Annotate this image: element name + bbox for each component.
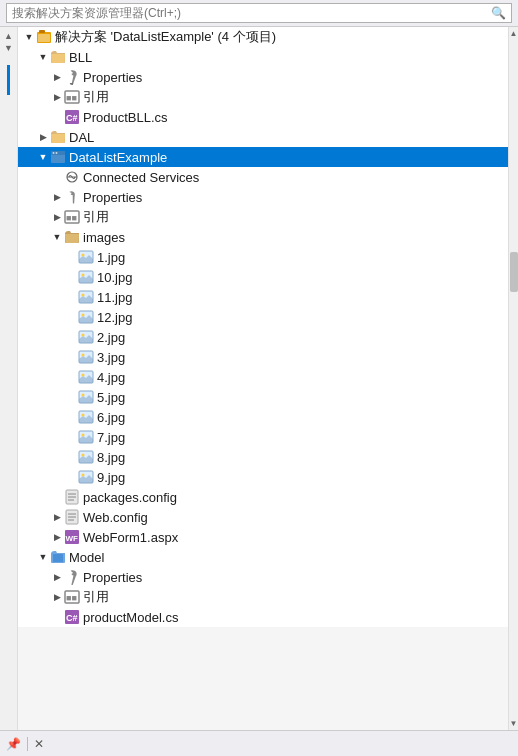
dal-label: DAL <box>69 130 94 145</box>
tree-item-model-refs[interactable]: ▶ ■■ 引用 <box>18 587 508 607</box>
close-button[interactable]: ✕ <box>32 735 46 753</box>
tree-item-img-1[interactable]: 1.jpg <box>18 247 508 267</box>
scroll-up[interactable]: ▲ <box>508 27 518 40</box>
expand-datalistexample[interactable]: ▼ <box>36 150 50 164</box>
tree-item-datalist-properties[interactable]: ▶ Properties <box>18 187 508 207</box>
model-properties-label: Properties <box>83 570 142 585</box>
svg-text:C#: C# <box>66 613 78 623</box>
img-6-icon <box>78 409 94 425</box>
expand-bll-refs[interactable]: ▶ <box>50 90 64 104</box>
tree-item-images[interactable]: ▼ images <box>18 227 508 247</box>
main-area: ▲ ▼ ▼ 解决方案 'DataListExample' (4 个项目) ▼ <box>0 27 518 730</box>
tree-item-bll-refs[interactable]: ▶ ■■ 引用 <box>18 87 508 107</box>
web-datalist-icon <box>50 149 66 165</box>
img-3-label: 3.jpg <box>97 350 125 365</box>
tree-item-bll[interactable]: ▼ BLL <box>18 47 508 67</box>
tree-item-model[interactable]: ▼ Model <box>18 547 508 567</box>
img-10-label: 10.jpg <box>97 270 132 285</box>
tree-item-bll-properties[interactable]: ▶ Properties <box>18 67 508 87</box>
svg-point-28 <box>82 374 85 377</box>
svg-point-32 <box>82 414 85 417</box>
tree-item-datalist-refs[interactable]: ▶ ■■ 引用 ← <box>18 207 508 227</box>
model-refs-label: 引用 <box>83 588 109 606</box>
folder-bll-icon <box>50 49 66 65</box>
tree-item-img-8[interactable]: 8.jpg <box>18 447 508 467</box>
expand-datalist-refs[interactable]: ▶ <box>50 210 64 224</box>
svg-rect-2 <box>38 34 50 42</box>
tree-item-dal[interactable]: ▶ DAL <box>18 127 508 147</box>
tree-item-web-config[interactable]: ▶ Web.config <box>18 507 508 527</box>
img-11-label: 11.jpg <box>97 290 132 305</box>
expand-images[interactable]: ▼ <box>50 230 64 244</box>
expand-bll-properties[interactable]: ▶ <box>50 70 64 84</box>
tree-item-bll-cs[interactable]: C# ProductBLL.cs <box>18 107 508 127</box>
model-cs-label: productModel.cs <box>83 610 178 625</box>
solution-explorer-tree[interactable]: ▼ 解决方案 'DataListExample' (4 个项目) ▼ BLL ▶ <box>18 27 508 627</box>
tree-item-datalistexample[interactable]: ▼ DataListExample ← <box>18 147 508 167</box>
collapse-arrow-bottom[interactable]: ▼ <box>4 43 14 53</box>
svg-text:C#: C# <box>66 113 78 123</box>
img-2-label: 2.jpg <box>97 330 125 345</box>
tree-item-img-3[interactable]: 3.jpg <box>18 347 508 367</box>
search-input[interactable] <box>12 6 488 20</box>
tree-item-img-11[interactable]: 11.jpg <box>18 287 508 307</box>
tree-item-img-4[interactable]: 4.jpg <box>18 367 508 387</box>
search-box[interactable]: 🔍 <box>6 3 512 23</box>
datalist-properties-label: Properties <box>83 190 142 205</box>
svg-point-22 <box>82 314 85 317</box>
refs-model-icon: ■■ <box>64 589 80 605</box>
tree-item-model-properties[interactable]: ▶ Properties <box>18 567 508 587</box>
sidebar-indicator <box>7 65 10 95</box>
tree-item-img-6[interactable]: 6.jpg <box>18 407 508 427</box>
wrench-datalist-icon <box>64 189 80 205</box>
toolbar: 🔍 <box>0 0 518 27</box>
tree-item-solution[interactable]: ▼ 解决方案 'DataListExample' (4 个项目) <box>18 27 508 47</box>
solution-label: 解决方案 'DataListExample' (4 个项目) <box>55 28 276 46</box>
expand-webform1[interactable]: ▶ <box>50 530 64 544</box>
img-1-label: 1.jpg <box>97 250 125 265</box>
expand-bll[interactable]: ▼ <box>36 50 50 64</box>
img-8-label: 8.jpg <box>97 450 125 465</box>
svg-point-9 <box>53 152 55 154</box>
expand-model[interactable]: ▼ <box>36 550 50 564</box>
scrollbar[interactable]: ▲ ▼ <box>508 27 518 730</box>
collapse-arrow-top[interactable]: ▲ <box>4 31 14 41</box>
tree-item-connected-services[interactable]: Connected Services <box>18 167 508 187</box>
tree-item-img-2[interactable]: 2.jpg <box>18 327 508 347</box>
datalist-refs-label: 引用 <box>83 208 109 226</box>
svg-rect-1 <box>39 30 45 33</box>
tree-item-img-7[interactable]: 7.jpg <box>18 427 508 447</box>
svg-point-34 <box>82 434 85 437</box>
tree-item-img-9[interactable]: 9.jpg <box>18 467 508 487</box>
scroll-down[interactable]: ▼ <box>508 717 518 730</box>
folder-model-icon <box>50 549 66 565</box>
svg-point-36 <box>82 454 85 457</box>
tree-item-model-cs[interactable]: C# productModel.cs <box>18 607 508 627</box>
img-5-label: 5.jpg <box>97 390 125 405</box>
tree-item-img-10[interactable]: 10.jpg <box>18 267 508 287</box>
svg-point-30 <box>82 394 85 397</box>
pin-button[interactable]: 📌 <box>4 735 23 753</box>
img-10-icon <box>78 269 94 285</box>
connected-services-label: Connected Services <box>83 170 199 185</box>
scroll-thumb[interactable] <box>510 252 518 292</box>
expand-web-config[interactable]: ▶ <box>50 510 64 524</box>
bll-refs-label: 引用 <box>83 88 109 106</box>
expand-solution[interactable]: ▼ <box>22 30 36 44</box>
img-3-icon <box>78 349 94 365</box>
svg-point-18 <box>82 274 85 277</box>
expand-model-refs[interactable]: ▶ <box>50 590 64 604</box>
expand-model-properties[interactable]: ▶ <box>50 570 64 584</box>
bottom-divider <box>27 737 28 751</box>
img-12-label: 12.jpg <box>97 310 132 325</box>
tree-item-img-12[interactable]: 12.jpg <box>18 307 508 327</box>
tree-item-packages-config[interactable]: packages.config <box>18 487 508 507</box>
left-sidebar: ▲ ▼ <box>0 27 18 730</box>
svg-point-24 <box>82 334 85 337</box>
expand-datalist-properties[interactable]: ▶ <box>50 190 64 204</box>
expand-dal[interactable]: ▶ <box>36 130 50 144</box>
tree-item-img-5[interactable]: 5.jpg <box>18 387 508 407</box>
refs-bll-icon: ■■ <box>64 89 80 105</box>
cs-model-icon: C# <box>64 609 80 625</box>
tree-item-webform1[interactable]: ▶ WF WebForm1.aspx <box>18 527 508 547</box>
